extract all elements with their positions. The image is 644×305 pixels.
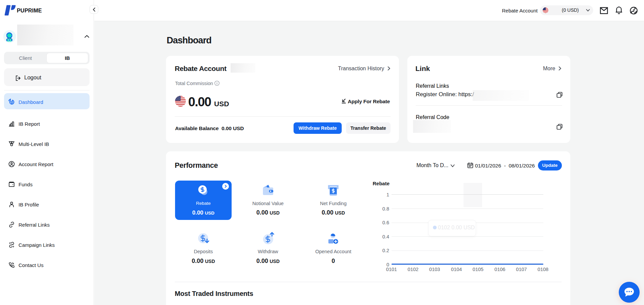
svg-text:PUPRIME: PUPRIME — [17, 8, 42, 13]
